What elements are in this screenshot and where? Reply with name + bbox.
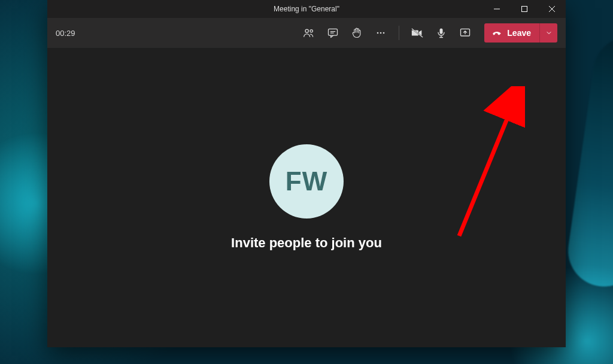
maximize-icon — [521, 6, 527, 12]
window-minimize-button[interactable] — [483, 0, 511, 18]
meeting-stage: FW Invite people to join you — [47, 48, 566, 347]
window-close-button[interactable] — [538, 0, 566, 18]
window-titlebar[interactable]: Meeting in "General" — [47, 0, 566, 18]
close-icon — [549, 6, 555, 12]
mic-icon — [435, 27, 447, 39]
window-title: Meeting in "General" — [274, 5, 339, 13]
svg-line-9 — [459, 97, 516, 236]
svg-point-4 — [377, 32, 379, 34]
raise-hand-icon — [351, 27, 363, 39]
window-maximize-button[interactable] — [511, 0, 538, 18]
window-controls — [483, 0, 566, 18]
avatar-initials: FW — [286, 166, 327, 196]
participant-avatar: FW — [269, 144, 344, 219]
invite-prompt: Invite people to join you — [231, 235, 382, 251]
chat-icon — [327, 27, 339, 39]
hang-up-icon — [491, 28, 502, 38]
svg-rect-0 — [522, 7, 527, 12]
participants-icon — [303, 27, 315, 39]
leave-button[interactable]: Leave — [484, 23, 539, 43]
meeting-toolbar: 00:29 — [47, 18, 566, 48]
meeting-window: Meeting in "General" 00:29 — [47, 0, 566, 347]
raise-hand-button[interactable] — [346, 22, 368, 44]
share-screen-icon — [459, 27, 471, 39]
more-icon — [375, 27, 387, 39]
svg-point-6 — [383, 32, 385, 34]
mic-toggle-button[interactable] — [430, 22, 452, 44]
more-actions-button[interactable] — [370, 22, 392, 44]
minimize-icon — [494, 6, 500, 12]
camera-toggle-button[interactable] — [406, 22, 428, 44]
meeting-timer: 00:29 — [56, 29, 75, 38]
chat-button[interactable] — [322, 22, 344, 44]
participants-button[interactable] — [298, 22, 320, 44]
leave-options-button[interactable] — [539, 23, 557, 43]
svg-rect-3 — [329, 29, 338, 35]
toolbar-divider — [399, 26, 399, 40]
share-screen-button[interactable] — [454, 22, 476, 44]
annotation-arrow — [405, 86, 525, 242]
svg-point-2 — [310, 30, 312, 32]
svg-rect-7 — [440, 29, 443, 34]
camera-off-icon — [411, 26, 424, 40]
leave-label: Leave — [507, 28, 531, 38]
leave-button-group: Leave — [484, 23, 557, 43]
chevron-down-icon — [545, 29, 553, 37]
background-texture — [563, 32, 613, 292]
svg-point-5 — [380, 32, 382, 34]
svg-point-1 — [305, 29, 308, 32]
